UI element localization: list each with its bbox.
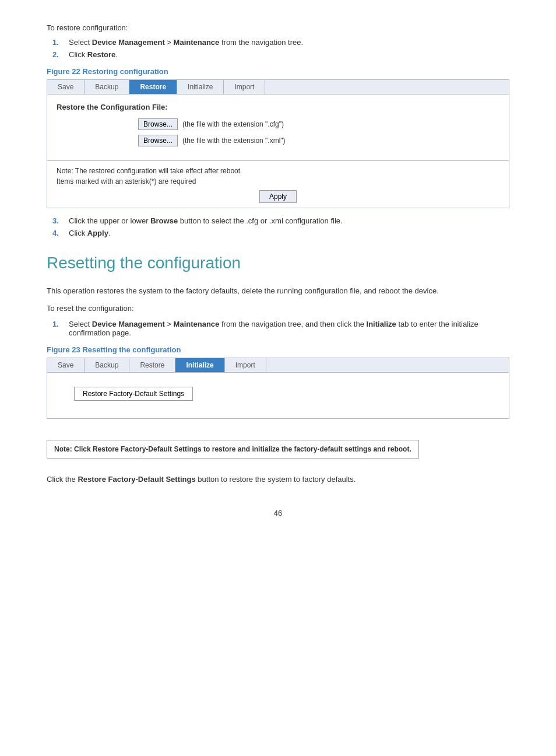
initialize-panel: Save Backup Restore Initialize Import Re… <box>47 358 509 419</box>
intro-restore-text: To restore configuration: <box>47 23 509 32</box>
restore-panel-body: Restore the Configuration File: Browse..… <box>47 94 509 160</box>
tab2-backup[interactable]: Backup <box>85 358 129 372</box>
step-4: 4. Click Apply. <box>47 229 509 237</box>
reset-intro: To reset the configuration: <box>47 303 509 314</box>
browse-row-1: Browse... (the file with the extension "… <box>57 118 499 130</box>
browse-hint-1: (the file with the extension ".cfg") <box>182 120 284 128</box>
restore-section-title: Restore the Configuration File: <box>57 103 499 111</box>
tab-import[interactable]: Import <box>224 80 265 94</box>
step-number-4: 4. <box>52 229 69 237</box>
step-number-2: 2. <box>52 50 69 59</box>
reset-para-1: This operation restores the system to th… <box>47 285 509 297</box>
figure-23-title: Figure 23 Resetting the configuration <box>47 345 509 354</box>
initialize-panel-body: Restore Factory-Default Settings <box>47 373 509 418</box>
tab-save[interactable]: Save <box>47 80 85 94</box>
restore-panel: Save Backup Restore Initialize Import Re… <box>47 79 509 208</box>
tab2-save[interactable]: Save <box>47 358 85 372</box>
restore-factory-button[interactable]: Restore Factory-Default Settings <box>74 387 193 401</box>
step-3: 3. Click the upper or lower Browse butto… <box>47 216 509 225</box>
required-text: Items marked with an asterisk(*) are req… <box>57 177 499 186</box>
tab-backup[interactable]: Backup <box>85 80 129 94</box>
reset-step-1-content: Select Device Management > Maintenance f… <box>69 320 509 337</box>
tab-restore[interactable]: Restore <box>129 80 177 94</box>
step-1-content: Select Device Management > Maintenance f… <box>69 38 303 47</box>
initialize-tab-bar: Save Backup Restore Initialize Import <box>47 358 509 373</box>
tab2-restore[interactable]: Restore <box>129 358 175 372</box>
browse-hint-2: (the file with the extension ".xml") <box>182 136 286 145</box>
apply-button[interactable]: Apply <box>259 190 297 203</box>
restore-note-text: Note: The restored configuration will ta… <box>57 167 499 175</box>
step-4-content: Click Apply. <box>69 229 111 237</box>
restore-tab-bar: Save Backup Restore Initialize Import <box>47 80 509 94</box>
step-3-content: Click the upper or lower Browse button t… <box>69 216 343 225</box>
browse-button-1[interactable]: Browse... <box>138 118 178 130</box>
reset-note-box: Note: Click Restore Factory-Default Sett… <box>47 440 419 459</box>
tab-initialize[interactable]: Initialize <box>177 80 224 94</box>
reset-step-1: 1. Select Device Management > Maintenanc… <box>47 320 509 337</box>
figure-22-title: Figure 22 Restoring configuration <box>47 67 509 76</box>
step-1-restore: 1. Select Device Management > Maintenanc… <box>47 38 509 47</box>
restore-note-box: Note: The restored configuration will ta… <box>47 160 509 208</box>
step-number-3: 3. <box>52 216 69 225</box>
final-paragraph: Click the Restore Factory-Default Settin… <box>47 474 509 485</box>
step-2-content: Click Restore. <box>69 50 118 59</box>
tab2-import[interactable]: Import <box>225 358 266 372</box>
section-heading-reset: Resetting the configuration <box>47 254 509 276</box>
browse-button-2[interactable]: Browse... <box>138 135 178 146</box>
reset-step-number-1: 1. <box>52 320 69 337</box>
tab2-initialize[interactable]: Initialize <box>175 358 224 372</box>
page-number: 46 <box>47 509 509 517</box>
apply-btn-row: Apply <box>57 190 499 203</box>
step-2-restore: 2. Click Restore. <box>47 50 509 59</box>
browse-row-2: Browse... (the file with the extension "… <box>57 135 499 146</box>
step-number-1: 1. <box>52 38 69 47</box>
